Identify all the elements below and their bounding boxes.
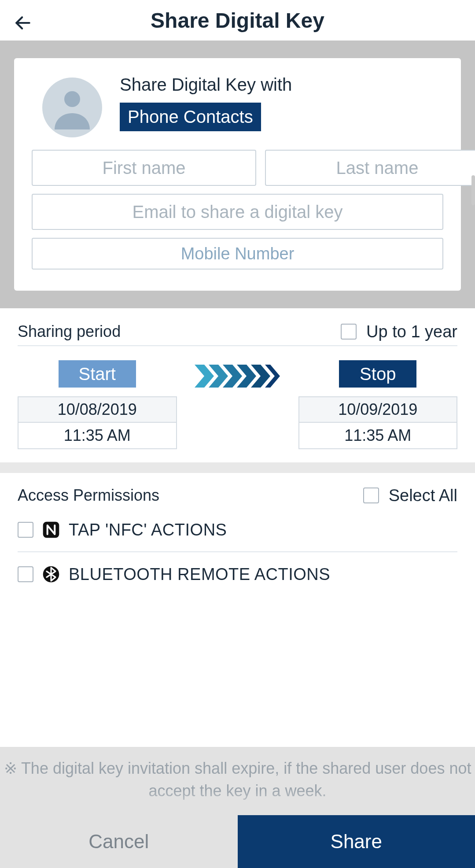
- mobile-number-field[interactable]: [32, 238, 443, 270]
- header-bar: Share Digital Key: [0, 0, 475, 41]
- page-title: Share Digital Key: [0, 8, 475, 33]
- permission-bluetooth-checkbox[interactable]: [18, 566, 33, 582]
- cancel-button[interactable]: Cancel: [0, 815, 238, 868]
- up-to-1-year-checkbox[interactable]: [341, 324, 357, 340]
- up-to-1-year-toggle[interactable]: Up to 1 year: [341, 322, 457, 341]
- email-field[interactable]: [32, 194, 443, 230]
- avatar-placeholder-icon: [42, 78, 102, 137]
- up-to-1-year-label: Up to 1 year: [366, 322, 457, 341]
- nfc-icon: [41, 520, 61, 539]
- select-all-label: Select All: [389, 486, 457, 505]
- svg-point-1: [64, 91, 80, 107]
- start-datetime-picker[interactable]: 10/08/2019 11:35 AM: [18, 396, 177, 449]
- share-button[interactable]: Share: [238, 815, 475, 868]
- permissions-section: Access Permissions Select All TAP 'NFC' …: [0, 473, 475, 601]
- permissions-title: Access Permissions: [18, 486, 159, 505]
- start-time[interactable]: 11:35 AM: [18, 423, 176, 448]
- phone-contacts-button[interactable]: Phone Contacts: [120, 103, 261, 131]
- expiry-note: ※ The digital key invitation shall expir…: [0, 747, 475, 815]
- start-column: Start 10/08/2019 11:35 AM: [18, 360, 177, 449]
- period-arrow-icon: [195, 360, 281, 388]
- contact-section: Share Digital Key with Phone Contacts: [0, 41, 475, 308]
- permission-bluetooth-label: BLUETOOTH REMOTE ACTIONS: [69, 565, 330, 584]
- stop-date[interactable]: 10/09/2019: [299, 397, 457, 423]
- start-label: Start: [59, 360, 136, 388]
- first-name-field[interactable]: [32, 150, 256, 186]
- sharing-period-title: Sharing period: [18, 322, 121, 341]
- back-icon[interactable]: [12, 12, 33, 33]
- permission-nfc-label: TAP 'NFC' ACTIONS: [69, 521, 227, 539]
- footer-area: ※ The digital key invitation shall expir…: [0, 747, 475, 868]
- permission-nfc-checkbox[interactable]: [18, 522, 33, 538]
- select-all-toggle[interactable]: Select All: [363, 486, 457, 505]
- svg-marker-2: [195, 365, 214, 388]
- stop-datetime-picker[interactable]: 10/09/2019 11:35 AM: [298, 396, 458, 449]
- permission-item-nfc[interactable]: TAP 'NFC' ACTIONS: [18, 508, 457, 552]
- select-all-checkbox[interactable]: [363, 488, 379, 503]
- bluetooth-icon: [41, 565, 61, 584]
- stop-label: Stop: [339, 360, 416, 388]
- stop-column: Stop 10/09/2019 11:35 AM: [298, 360, 458, 449]
- share-with-label: Share Digital Key with: [120, 75, 292, 95]
- scrollbar-hint: [471, 175, 475, 205]
- action-bar: Cancel Share: [0, 815, 475, 868]
- section-divider: [0, 462, 475, 473]
- permission-item-bluetooth[interactable]: BLUETOOTH REMOTE ACTIONS: [18, 552, 457, 596]
- start-date[interactable]: 10/08/2019: [18, 397, 176, 423]
- sharing-period-section: Sharing period Up to 1 year Start 10/08/…: [0, 308, 475, 462]
- contact-card: Share Digital Key with Phone Contacts: [14, 58, 461, 291]
- stop-time[interactable]: 11:35 AM: [299, 423, 457, 448]
- last-name-field[interactable]: [265, 150, 475, 186]
